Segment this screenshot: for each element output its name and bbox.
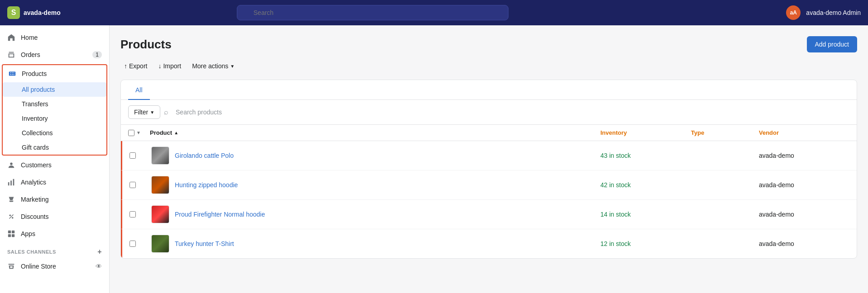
submenu-inventory[interactable]: Inventory bbox=[3, 111, 106, 126]
sales-channels-title: SALES CHANNELS + bbox=[0, 242, 109, 258]
tab-all[interactable]: All bbox=[128, 80, 150, 100]
select-all-checkbox-area[interactable]: ▼ bbox=[128, 130, 150, 136]
row-checkbox-3[interactable] bbox=[129, 241, 151, 247]
product-cell: Turkey hunter T-Shirt bbox=[151, 235, 600, 253]
page-header: Products Add product bbox=[120, 36, 857, 52]
avatar[interactable]: aA bbox=[786, 5, 801, 20]
product-cell: Hunting zipped hoodie bbox=[151, 176, 600, 194]
product-name-link[interactable]: Proud Firefighter Normal hoodie bbox=[175, 211, 265, 218]
analytics-icon bbox=[7, 178, 15, 186]
vendor-column-header: Vendor bbox=[759, 129, 849, 136]
inventory-cell: 14 in stock bbox=[600, 211, 691, 218]
product-column-header[interactable]: Product ▲ bbox=[150, 129, 600, 136]
table-row: Girolando cattle Polo 43 in stock avada-… bbox=[121, 141, 857, 170]
product-name-link[interactable]: Girolando cattle Polo bbox=[175, 152, 234, 159]
orders-icon bbox=[7, 51, 15, 59]
brand-name: avada-demo bbox=[24, 9, 61, 16]
product-thumbnail bbox=[151, 176, 169, 194]
row-select-checkbox[interactable] bbox=[129, 152, 136, 159]
search-products-input[interactable] bbox=[172, 106, 849, 118]
collections-label: Collections bbox=[22, 129, 53, 137]
products-card: All Filter ▼ ⌕ ▼ Product bbox=[120, 80, 857, 259]
add-product-button[interactable]: Add product bbox=[807, 36, 858, 52]
submenu-all-products[interactable]: All products bbox=[3, 82, 106, 97]
type-column-header: Type bbox=[691, 129, 759, 136]
submenu-transfers[interactable]: Transfers bbox=[3, 97, 106, 111]
export-button[interactable]: ↑ Export bbox=[120, 60, 151, 72]
row-checkbox-0[interactable] bbox=[129, 152, 151, 159]
svg-point-5 bbox=[12, 217, 14, 219]
product-thumbnail bbox=[151, 205, 169, 223]
table-row: Hunting zipped hoodie 42 in stock avada-… bbox=[121, 170, 857, 200]
sidebar-item-apps[interactable]: Apps bbox=[0, 225, 109, 242]
sidebar-item-marketing[interactable]: Marketing bbox=[0, 191, 109, 208]
svg-rect-1 bbox=[8, 182, 10, 185]
product-name-link[interactable]: Hunting zipped hoodie bbox=[175, 181, 238, 189]
discounts-label: Discounts bbox=[21, 213, 48, 220]
marketing-label: Marketing bbox=[21, 196, 48, 203]
submenu-gift-cards[interactable]: Gift cards bbox=[3, 140, 106, 155]
analytics-label: Analytics bbox=[21, 179, 46, 186]
home-icon bbox=[7, 33, 15, 42]
row-checkbox-1[interactable] bbox=[129, 182, 151, 188]
shopify-icon: S bbox=[7, 6, 20, 19]
inventory-cell: 12 in stock bbox=[600, 240, 691, 247]
product-table: ▼ Product ▲ Inventory Type Vendor bbox=[121, 125, 857, 258]
row-select-checkbox[interactable] bbox=[129, 211, 136, 217]
select-dropdown-icon[interactable]: ▼ bbox=[136, 130, 141, 135]
product-name-link[interactable]: Turkey hunter T-Shirt bbox=[175, 240, 234, 247]
inventory-column-header: Inventory bbox=[600, 129, 691, 136]
discounts-icon bbox=[7, 213, 15, 221]
vendor-cell: avada-demo bbox=[759, 181, 849, 189]
table-header-row: ▼ Product ▲ Inventory Type Vendor bbox=[121, 125, 857, 141]
sidebar-item-customers[interactable]: Customers bbox=[0, 156, 109, 174]
more-actions-button[interactable]: More actions ▼ bbox=[188, 60, 238, 72]
brand-logo[interactable]: S avada-demo bbox=[7, 6, 98, 19]
product-thumbnail bbox=[151, 146, 169, 165]
filter-chevron-icon: ▼ bbox=[150, 110, 154, 115]
sidebar-item-products[interactable]: Products bbox=[3, 65, 106, 82]
sidebar: Home Orders 1 Products All products Tran… bbox=[0, 25, 110, 293]
row-select-checkbox[interactable] bbox=[129, 241, 136, 247]
page-title: Products bbox=[120, 38, 172, 52]
export-icon: ↑ bbox=[124, 62, 127, 70]
orders-badge: 1 bbox=[92, 51, 102, 58]
table-row: Turkey hunter T-Shirt 12 in stock avada-… bbox=[121, 229, 857, 258]
customers-label: Customers bbox=[21, 161, 52, 169]
import-icon: ↓ bbox=[158, 62, 161, 70]
row-checkbox-2[interactable] bbox=[129, 211, 151, 217]
row-select-checkbox[interactable] bbox=[129, 182, 136, 188]
submenu-collections[interactable]: Collections bbox=[3, 126, 106, 140]
filter-search-icon: ⌕ bbox=[164, 108, 168, 116]
sidebar-item-analytics[interactable]: Analytics bbox=[0, 174, 109, 191]
add-sales-channel-icon[interactable]: + bbox=[97, 248, 102, 256]
sidebar-item-discounts[interactable]: Discounts bbox=[0, 208, 109, 225]
import-button[interactable]: ↓ Import bbox=[154, 60, 185, 72]
filter-button[interactable]: Filter ▼ bbox=[128, 105, 160, 119]
customers-icon bbox=[7, 161, 15, 169]
online-store-actions: 👁 bbox=[96, 263, 102, 270]
svg-rect-8 bbox=[12, 231, 14, 233]
sidebar-item-orders[interactable]: Orders 1 bbox=[0, 46, 109, 63]
svg-rect-10 bbox=[12, 234, 14, 237]
transfers-label: Transfers bbox=[22, 100, 48, 108]
select-all-checkbox[interactable] bbox=[128, 130, 134, 136]
inventory-cell: 43 in stock bbox=[600, 152, 691, 159]
vendor-cell: avada-demo bbox=[759, 240, 849, 247]
online-store-label: Online Store bbox=[21, 263, 56, 270]
sidebar-item-online-store[interactable]: Online Store 👁 bbox=[0, 258, 109, 275]
all-products-label: All products bbox=[22, 86, 55, 93]
svg-rect-9 bbox=[8, 234, 11, 237]
sidebar-item-home[interactable]: Home bbox=[0, 29, 109, 46]
svg-point-4 bbox=[10, 215, 11, 217]
products-section: Products All products Transfers Inventor… bbox=[2, 64, 107, 156]
top-navigation: S avada-demo ⌕ aA avada-demo Admin bbox=[0, 0, 868, 25]
apps-icon bbox=[7, 230, 15, 238]
inventory-cell: 42 in stock bbox=[600, 181, 691, 189]
top-search-input[interactable] bbox=[237, 5, 508, 20]
vendor-cell: avada-demo bbox=[759, 152, 849, 159]
apps-label: Apps bbox=[21, 230, 35, 237]
inventory-label: Inventory bbox=[22, 115, 48, 122]
sort-icon: ▲ bbox=[174, 130, 178, 135]
eye-icon[interactable]: 👁 bbox=[96, 263, 102, 270]
